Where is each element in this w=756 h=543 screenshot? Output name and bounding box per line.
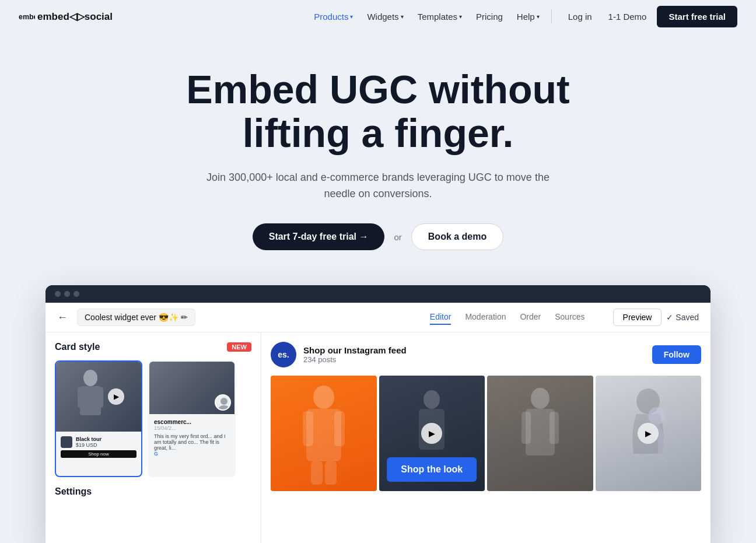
browser-dot-yellow [64,291,70,297]
play-button-icon[interactable]: ▶ [421,423,442,444]
svg-rect-17 [522,412,531,444]
svg-rect-11 [311,461,323,485]
instagram-info: Shop our Instagram feed 234 posts [303,345,407,364]
nav-divider [551,9,552,23]
instagram-posts: 234 posts [303,355,407,364]
svg-rect-12 [325,461,337,485]
saved-indicator: ✓ Saved [666,309,699,326]
tab-sources[interactable]: Sources [555,310,584,325]
browser-bar [46,285,710,303]
hero-title: Embed UGC without lifting a finger. [145,68,611,155]
preview-button[interactable]: Preview [613,309,662,326]
tab-order[interactable]: Order [520,310,541,325]
app-body: Card style NEW ✓ [46,332,710,543]
browser-dot-green [74,291,79,297]
tab-editor[interactable]: Editor [430,310,452,325]
nav-right: Log in 1-1 Demo Start free trial [562,6,737,27]
svg-point-7 [313,386,334,409]
svg-text:embed: embed [19,13,35,21]
browser-content: ← Coolest widget ever 😎✨ ✏ Editor Modera… [46,303,710,543]
instagram-name: Shop our Instagram feed [303,345,407,355]
settings-title: Settings [55,486,251,497]
svg-point-20 [648,407,666,425]
photo-cell-2[interactable]: ▶ Shop the look [379,376,485,491]
nav-help[interactable]: Help ▾ [511,8,545,25]
card-info: Black tour $19 USD Shop now [56,432,141,463]
instagram-avatar: es. [271,342,296,367]
card-style-header: Card style NEW [55,342,251,352]
review-date: 15/04/2... [154,425,230,431]
card-preview-image: ▶ [56,362,141,432]
widget-name-field[interactable]: Coolest widget ever 😎✨ ✏ [77,309,195,326]
photo-cell-3[interactable] [487,376,593,491]
new-badge: NEW [227,342,251,352]
book-demo-button[interactable]: Book a demo [411,223,503,250]
hero-subtitle: Join 300,000+ local and e-commerce brand… [203,169,553,203]
demo-button[interactable]: 1-1 Demo [603,8,653,25]
svg-rect-18 [550,412,559,444]
tab-moderation[interactable]: Moderation [465,310,506,325]
app-header: ← Coolest widget ever 😎✨ ✏ Editor Modera… [46,303,710,332]
svg-rect-9 [303,411,313,446]
app-sidebar: Card style NEW ✓ [46,332,261,543]
nav-products[interactable]: Products ▾ [308,8,359,25]
start-trial-button[interactable]: Start free trial [657,6,737,27]
nav-links: Products ▾ Widgets ▾ Templates ▾ Pricing… [308,8,545,25]
primary-cta-button[interactable]: Start 7-day free trial → [253,223,385,250]
app-header-actions: Preview ✓ Saved [613,309,699,326]
chevron-down-icon: ▾ [350,13,353,20]
photo-grid: ▶ Shop the look [271,376,701,491]
app-main: es. Shop our Instagram feed 234 posts Fo… [261,332,710,543]
review-text: This is my very first ord... and I am to… [154,433,230,451]
nav-templates[interactable]: Templates ▾ [412,8,468,25]
instagram-header: es. Shop our Instagram feed 234 posts Fo… [271,342,701,367]
hero-section: Embed UGC without lifting a finger. Join… [0,33,756,274]
google-label: G [154,451,230,457]
follow-button[interactable]: Follow [652,345,701,364]
play-icon: ▶ [108,388,124,405]
browser-mockup: ← Coolest widget ever 😎✨ ✏ Editor Modera… [46,285,710,543]
play-button-icon-2[interactable]: ▶ [638,423,659,444]
svg-point-13 [424,390,440,409]
logo-text: embed◁▷social [37,10,113,23]
shop-the-look-button[interactable]: Shop the look [387,457,477,482]
nav-widgets[interactable]: Widgets ▾ [361,8,409,25]
photo-cell-4[interactable]: ▶ [596,376,702,491]
logo[interactable]: embed embed◁▷social [19,10,113,23]
card-style-label: Card style [55,342,100,352]
settings-section: Settings [55,486,251,497]
review-content: escommerc... 15/04/2... This is my very … [149,414,235,461]
back-button[interactable]: ← [57,311,68,324]
chevron-down-icon: ▾ [401,13,404,20]
svg-rect-4 [96,387,103,408]
hero-ctas: Start 7-day free trial → or Book a demo [12,223,744,250]
svg-point-6 [218,405,230,411]
card-option-2[interactable]: escommerc... 15/04/2... This is my very … [148,360,236,477]
app-tabs: Editor Moderation Order Sources [430,310,585,325]
card-options: ✓ ▶ [55,360,251,477]
login-button[interactable]: Log in [562,8,598,25]
photo-cell-1[interactable] [271,376,377,491]
chevron-down-icon: ▾ [459,13,462,20]
svg-rect-3 [78,387,85,408]
navbar: embed embed◁▷social Products ▾ Widgets ▾… [0,0,756,33]
photo-person-3 [487,376,593,491]
or-text: or [394,232,401,242]
svg-rect-10 [334,411,345,446]
svg-point-1 [83,370,97,386]
browser-dot-red [55,291,61,297]
photo-person [271,376,377,491]
card-option-1[interactable]: ✓ ▶ [55,360,142,477]
svg-point-15 [531,388,550,409]
reviewer-name: escommerc... [154,419,230,425]
nav-pricing[interactable]: Pricing [470,8,509,25]
chevron-down-icon: ▾ [537,13,540,20]
svg-point-5 [220,398,228,405]
